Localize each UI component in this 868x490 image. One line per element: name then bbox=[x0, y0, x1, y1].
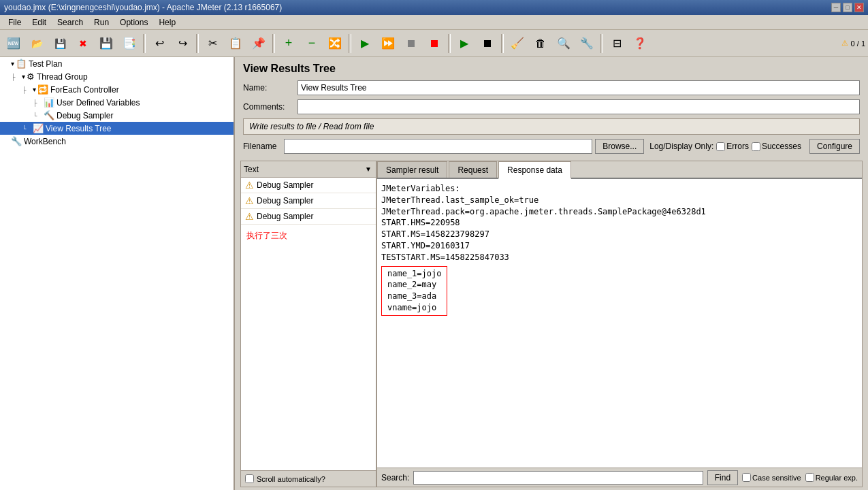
tree-item-user-vars[interactable]: ├ 📊 User Defined Variables bbox=[0, 96, 234, 109]
new-button[interactable]: 🆕 bbox=[3, 33, 25, 54]
view-results-icon: 📈 bbox=[33, 123, 44, 133]
minimize-button[interactable]: ─ bbox=[831, 3, 841, 12]
content-line-last-sample: JMeterThread.last_sample_ok=true bbox=[381, 195, 858, 206]
tree-item-thread-group[interactable]: ├ ▾ ⚙ Thread Group bbox=[0, 70, 234, 83]
split-pane: Text ▼ ⚠ Debug Sampler ⚠ Debug Sampler bbox=[240, 161, 863, 487]
filename-label: Filename bbox=[243, 142, 284, 151]
stop-button[interactable]: ⏹ bbox=[400, 33, 422, 54]
result-filter-label: Text bbox=[244, 165, 364, 174]
name-label: Name: bbox=[243, 83, 298, 93]
toolbar-separator-7 bbox=[600, 34, 603, 53]
counter-display: 0 / 1 bbox=[851, 39, 865, 48]
regex-text: Regular exp. bbox=[816, 474, 858, 482]
toggle-button[interactable]: 🔀 bbox=[324, 33, 346, 54]
tree-item-user-vars-label: User Defined Variables bbox=[57, 98, 140, 108]
tab-response-data-label: Response data bbox=[507, 165, 562, 175]
toolbar-separator-6 bbox=[501, 34, 504, 53]
tree-item-workbench[interactable]: 🔧 WorkBench bbox=[0, 135, 234, 148]
window-controls[interactable]: ─ □ ✕ bbox=[831, 3, 864, 12]
content-line-teststart: TESTSTART.MS=1458225847033 bbox=[381, 252, 858, 263]
detail-panel: Sampler result Request Response data JMe… bbox=[377, 161, 862, 487]
remote-start-button[interactable]: ▶ bbox=[453, 33, 475, 54]
tab-sampler-result-label: Sampler result bbox=[386, 165, 438, 175]
content-line-jmeter-vars: JMeterVariables: bbox=[381, 183, 858, 195]
search-label: Search: bbox=[381, 473, 409, 483]
menu-bar: File Edit Search Run Options Help bbox=[0, 15, 868, 30]
log-display-row: Log/Display Only: Errors Successes Confi… bbox=[649, 139, 860, 154]
menu-file[interactable]: File bbox=[3, 16, 27, 29]
tab-request[interactable]: Request bbox=[449, 161, 497, 178]
close-button[interactable]: ✕ bbox=[854, 3, 864, 12]
tab-sampler-result[interactable]: Sampler result bbox=[377, 161, 447, 178]
result-list-header: Text ▼ bbox=[241, 161, 376, 178]
menu-search[interactable]: Search bbox=[52, 16, 89, 29]
execution-note: 执行了三次 bbox=[241, 225, 376, 247]
filename-input[interactable] bbox=[284, 139, 592, 154]
search-input[interactable] bbox=[413, 471, 703, 485]
tab-response-data[interactable]: Response data bbox=[498, 161, 571, 179]
expand-icon-2[interactable]: ▾ bbox=[33, 86, 36, 93]
add-button[interactable]: + bbox=[278, 33, 300, 54]
regex-checkbox[interactable] bbox=[805, 473, 814, 482]
scroll-auto-label: Scroll automatically? bbox=[257, 475, 325, 483]
menu-options[interactable]: Options bbox=[114, 16, 153, 29]
menu-help[interactable]: Help bbox=[153, 16, 181, 29]
remote-stop-button[interactable]: ⏹ bbox=[477, 33, 498, 54]
sampler-warning-icon-2: ⚠ bbox=[245, 195, 254, 206]
result-list-panel: Text ▼ ⚠ Debug Sampler ⚠ Debug Sampler bbox=[241, 161, 377, 487]
save-button[interactable]: 💾 bbox=[49, 33, 71, 54]
start-button[interactable]: ▶ bbox=[354, 33, 376, 54]
template-button[interactable]: 📑 bbox=[118, 33, 140, 54]
name-input[interactable] bbox=[298, 80, 860, 95]
shutdown-button[interactable]: ⏹ bbox=[423, 33, 445, 54]
start-no-pauses-button[interactable]: ⏩ bbox=[377, 33, 399, 54]
paste-button[interactable]: 📌 bbox=[248, 33, 270, 54]
clear-button[interactable]: 🧹 bbox=[507, 33, 528, 54]
expand-icon-0[interactable]: ▾ bbox=[11, 60, 14, 67]
tree-item-test-plan[interactable]: ▾ 📋 Test Plan bbox=[0, 57, 234, 70]
scroll-auto-row: Scroll automatically? bbox=[241, 470, 376, 487]
successes-checkbox-label: Successes bbox=[752, 142, 801, 151]
tree-item-foreach-ctrl[interactable]: ├ ▾ 🔁 ForEach Controller bbox=[0, 83, 234, 96]
redo-button[interactable]: ↪ bbox=[172, 33, 193, 54]
main-layout: ▾ 📋 Test Plan ├ ▾ ⚙ Thread Group ├ ▾ 🔁 F… bbox=[0, 57, 868, 490]
tree-item-view-results[interactable]: └ 📈 View Results Tree bbox=[0, 122, 234, 135]
revert-button[interactable]: ✖ bbox=[72, 33, 94, 54]
clear-all-button[interactable]: 🗑 bbox=[530, 33, 551, 54]
undo-button[interactable]: ↩ bbox=[148, 33, 170, 54]
errors-checkbox[interactable] bbox=[716, 142, 725, 151]
comments-input[interactable] bbox=[298, 99, 860, 114]
list-item[interactable]: ⚠ Debug Sampler bbox=[241, 178, 376, 193]
list-item[interactable]: ⚠ Debug Sampler bbox=[241, 193, 376, 209]
tree-item-debug-sampler[interactable]: └ 🔨 Debug Sampler bbox=[0, 109, 234, 122]
search-button[interactable]: 🔍 bbox=[553, 33, 575, 54]
scroll-auto-checkbox[interactable] bbox=[245, 474, 254, 483]
title-bar: youdao.jmx (E:\xingnengceshi\youdao.jmx)… bbox=[0, 0, 868, 15]
collapse-all-button[interactable]: ⊟ bbox=[606, 33, 628, 54]
find-button[interactable]: Find bbox=[707, 470, 738, 485]
expand-icon-1[interactable]: ▾ bbox=[22, 73, 25, 80]
menu-run[interactable]: Run bbox=[89, 16, 114, 29]
hl-name2: name_2=may bbox=[387, 279, 441, 291]
menu-edit[interactable]: Edit bbox=[27, 16, 52, 29]
remove-button[interactable]: − bbox=[301, 33, 323, 54]
save-as-button[interactable]: 💾 bbox=[95, 33, 117, 54]
maximize-button[interactable]: □ bbox=[843, 3, 852, 12]
successes-checkbox[interactable] bbox=[752, 142, 760, 151]
help-button[interactable]: ❓ bbox=[629, 33, 651, 54]
toolbar-separator-1 bbox=[143, 34, 146, 53]
open-button[interactable]: 📂 bbox=[26, 33, 48, 54]
copy-button[interactable]: 📋 bbox=[225, 33, 246, 54]
browse-button[interactable]: Browse... bbox=[595, 139, 644, 154]
configure-button[interactable]: Configure bbox=[809, 139, 860, 154]
tree-item-debug-sampler-label: Debug Sampler bbox=[57, 111, 113, 120]
function-helper-button[interactable]: 🔧 bbox=[576, 33, 598, 54]
list-item[interactable]: ⚠ Debug Sampler bbox=[241, 209, 376, 225]
dropdown-arrow-icon[interactable]: ▼ bbox=[364, 165, 373, 173]
result-item-label-1: Debug Sampler bbox=[257, 180, 313, 190]
sampler-warning-icon-3: ⚠ bbox=[245, 211, 254, 222]
case-sensitive-checkbox[interactable] bbox=[742, 473, 751, 482]
cut-button[interactable]: ✂ bbox=[202, 33, 223, 54]
foreach-icon: 🔁 bbox=[37, 84, 48, 95]
indent-5c: └ bbox=[22, 125, 33, 132]
